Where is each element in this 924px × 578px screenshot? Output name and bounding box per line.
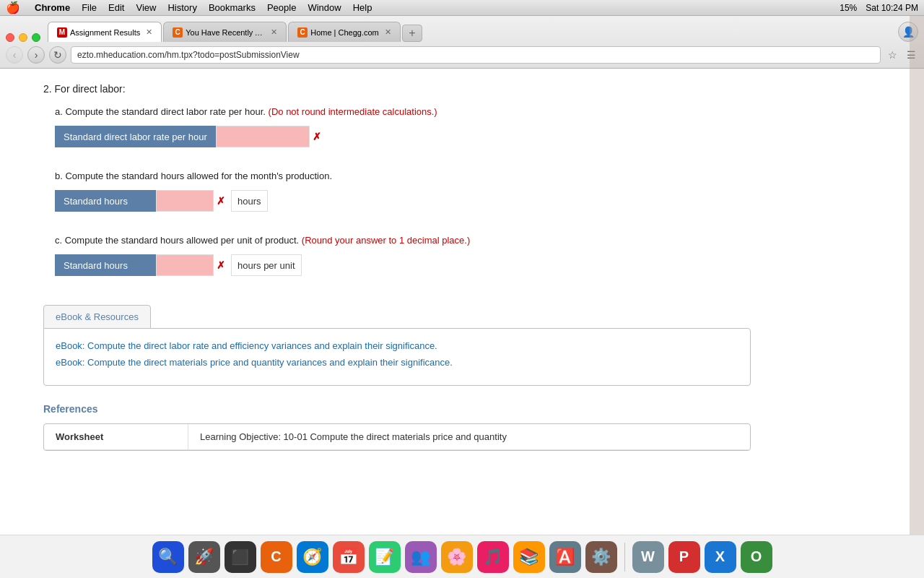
question-b-unit: hours [231, 190, 268, 212]
question-a-input[interactable] [216, 126, 310, 147]
menubar: 🍎 Chrome File Edit View History Bookmark… [0, 0, 924, 16]
question-c: c. Compute the standard hours allowed pe… [43, 235, 751, 276]
question-a-instruction: (Do not round intermediate calculations.… [269, 106, 437, 117]
question-b-input[interactable] [156, 190, 214, 212]
tab-label-2: You Have Recently Accept [186, 28, 265, 37]
side-panel [910, 16, 924, 465]
bookmark-star-icon[interactable]: ☆ [885, 48, 899, 62]
section-2: 2. For direct labor: a. Compute the stan… [43, 83, 751, 276]
window-close[interactable] [6, 33, 14, 42]
tab-icon-m: M [57, 27, 67, 38]
references-cell-right: Learning Objective: 10-01 Compute the di… [188, 424, 750, 449]
references-section: References Worksheet Learning Objective:… [43, 403, 751, 451]
menubar-bookmarks[interactable]: Bookmarks [209, 2, 256, 13]
tab-icon-c1: C [173, 27, 183, 38]
menubar-chrome[interactable]: Chrome [35, 2, 70, 13]
ebook-section: eBook & Resources eBook: Compute the dir… [43, 305, 751, 386]
tab-recently-accept[interactable]: C You Have Recently Accept ✕ [163, 22, 287, 42]
new-tab-button[interactable]: + [402, 25, 422, 42]
menubar-window[interactable]: Window [308, 2, 341, 13]
battery-status: 15% [840, 3, 857, 13]
forward-button[interactable]: › [27, 46, 45, 64]
question-a-input-row: Standard direct labor rate per hour ✗ [55, 126, 751, 147]
back-button[interactable]: ‹ [6, 46, 23, 64]
question-c-input-row: Standard hours ✗ hours per unit [55, 254, 751, 276]
references-table: Worksheet Learning Objective: 10-01 Comp… [43, 423, 751, 451]
ebook-header: eBook & Resources [43, 305, 151, 329]
page-content: 2. For direct labor: a. Compute the stan… [0, 69, 794, 465]
browser-chrome: M Assignment Results ✕ C You Have Recent… [0, 16, 924, 69]
question-c-x-mark: ✗ [217, 259, 225, 271]
tab-icon-c2: C [297, 27, 308, 38]
address-bar[interactable]: ezto.mheducation.com/hm.tpx?todo=postSub… [71, 46, 881, 64]
menubar-people[interactable]: People [267, 2, 296, 13]
question-b-input-row: Standard hours ✗ hours [55, 190, 751, 212]
menubar-view[interactable]: View [136, 2, 156, 13]
references-title: References [43, 403, 751, 415]
question-a: a. Compute the standard direct labor rat… [43, 106, 751, 147]
window-minimize[interactable] [19, 33, 27, 42]
question-b-label: b. Compute the standard hours allowed fo… [55, 171, 751, 181]
tab-close-2[interactable]: ✕ [271, 27, 277, 37]
clock: Sat 10:24 PM [866, 3, 918, 13]
tab-close-3[interactable]: ✕ [385, 27, 391, 37]
tab-chegg-home[interactable]: C Home | Chegg.com ✕ [288, 22, 401, 42]
question-c-instruction: (Round your answer to 1 decimal place.) [302, 235, 470, 246]
question-c-label-cell: Standard hours [55, 254, 156, 276]
tab-assignment-results[interactable]: M Assignment Results ✕ [48, 22, 162, 42]
menubar-file[interactable]: File [82, 2, 97, 13]
tab-label-3: Home | Chegg.com [310, 28, 379, 37]
question-b-x-mark: ✗ [217, 195, 225, 207]
ebook-link-1[interactable]: eBook: Compute the direct labor rate and… [56, 340, 738, 351]
references-row-1: Worksheet Learning Objective: 10-01 Comp… [44, 424, 750, 450]
window-maximize[interactable] [32, 33, 40, 42]
question-c-input[interactable] [156, 254, 214, 276]
tab-label-1: Assignment Results [70, 28, 140, 37]
question-b: b. Compute the standard hours allowed fo… [43, 171, 751, 212]
question-a-x-mark: ✗ [313, 131, 321, 142]
question-a-label-cell: Standard direct labor rate per hour [55, 126, 216, 147]
question-c-label: c. Compute the standard hours allowed pe… [55, 235, 751, 246]
toolbar-row: ‹ › ↻ ezto.mheducation.com/hm.tpx?todo=p… [0, 42, 924, 68]
tab-close-1[interactable]: ✕ [146, 27, 152, 37]
references-cell-left: Worksheet [44, 424, 188, 449]
question-b-label-cell: Standard hours [55, 190, 156, 212]
question-a-label: a. Compute the standard direct labor rat… [55, 106, 751, 117]
menubar-history[interactable]: History [167, 2, 196, 13]
apple-menu[interactable]: 🍎 [6, 1, 20, 14]
reload-button[interactable]: ↻ [49, 46, 66, 64]
menubar-help[interactable]: Help [353, 2, 372, 13]
question-c-unit: hours per unit [231, 254, 302, 276]
ebook-link-2[interactable]: eBook: Compute the direct materials pric… [56, 357, 738, 368]
section-2-label: 2. For direct labor: [43, 83, 751, 95]
ebook-body: eBook: Compute the direct labor rate and… [43, 328, 751, 386]
menubar-edit[interactable]: Edit [108, 2, 124, 13]
tabs-row: M Assignment Results ✕ C You Have Recent… [0, 16, 924, 42]
address-url: ezto.mheducation.com/hm.tpx?todo=postSub… [77, 50, 300, 60]
